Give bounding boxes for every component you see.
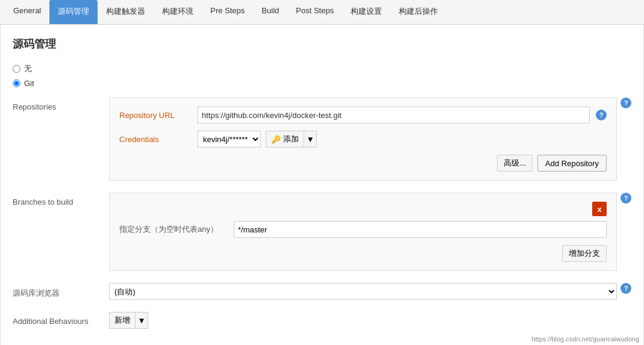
branch-specifier-label: 指定分支（为空时代表any） [119, 224, 228, 235]
tab-trigger[interactable]: 构建触发器 [98, 0, 154, 24]
radio-git-group: Git [13, 79, 631, 88]
credentials-row: Credentials kevin4j/****** 🔑 添加 [119, 131, 607, 148]
credentials-select-wrapper[interactable]: kevin4j/****** [198, 131, 261, 148]
add-behaviour-main-btn[interactable]: 新增 [109, 312, 135, 329]
repositories-help-icon[interactable]: ? [621, 98, 631, 108]
tab-settings[interactable]: 构建设置 [342, 0, 390, 24]
additional-behaviours-content: 新增 ▼ [109, 312, 148, 329]
repo-btn-row: 高级... Add Repository [119, 155, 607, 172]
add-credentials-split-btn: 🔑 添加 ▼ [266, 131, 317, 148]
radio-none[interactable] [13, 65, 20, 73]
repositories-label: Repositories [13, 98, 109, 111]
branches-section: Branches to build x 指定分支（为空时代表any） 增加分支 … [13, 193, 631, 271]
branch-btn-row: 增加分支 [119, 245, 607, 262]
repo-url-row: Repository URL ? [119, 107, 607, 123]
additional-behaviours-section: Additional Behaviours 新增 ▼ [13, 312, 631, 329]
tab-env[interactable]: 构建环境 [154, 0, 202, 24]
tab-scm[interactable]: 源码管理 [49, 0, 98, 24]
add-branch-button[interactable]: 增加分支 [562, 245, 607, 262]
delete-branch-button[interactable]: x [592, 202, 607, 216]
additional-behaviours-label: Additional Behaviours [13, 312, 109, 326]
add-credentials-arrow-btn[interactable]: ▼ [304, 131, 317, 148]
credentials-select[interactable]: kevin4j/****** [198, 131, 260, 148]
branches-help-icon[interactable]: ? [621, 193, 631, 204]
tab-general[interactable]: General [5, 0, 49, 24]
tab-bar: General 源码管理 构建触发器 构建环境 Pre Steps Build … [0, 0, 644, 25]
radio-git[interactable] [13, 79, 20, 87]
tab-postbuild[interactable]: 构建后操作 [390, 0, 446, 24]
source-browser-help-icon[interactable]: ? [621, 283, 631, 294]
radio-none-label[interactable]: 无 [24, 63, 32, 74]
tab-build[interactable]: Build [253, 0, 287, 24]
add-behaviour-split-btn: 新增 ▼ [109, 312, 148, 329]
add-behaviour-dropdown-icon: ▼ [137, 316, 145, 325]
add-credentials-label: 添加 [283, 134, 299, 145]
advanced-button[interactable]: 高级... [497, 155, 533, 172]
repositories-section: Repositories Repository URL ? Credential… [13, 98, 631, 181]
repo-url-help-icon[interactable]: ? [596, 110, 607, 120]
page-title: 源码管理 [13, 37, 631, 51]
source-browser-section: 源码库浏览器 (自动) ? [13, 283, 631, 300]
repositories-content: Repository URL ? Credentials kevin4j/***… [109, 98, 617, 181]
add-behaviour-arrow-btn[interactable]: ▼ [135, 312, 148, 329]
key-icon: 🔑 [271, 135, 281, 144]
radio-none-group: 无 [13, 63, 631, 74]
content-area: 源码管理 无 Git Repositories Repository URL ? [0, 25, 644, 345]
repo-url-label: Repository URL [119, 111, 192, 120]
credentials-label: Credentials [119, 135, 192, 144]
tab-presteps[interactable]: Pre Steps [202, 0, 253, 24]
branch-specifier-input[interactable] [234, 221, 607, 238]
radio-git-label[interactable]: Git [24, 79, 34, 88]
branch-row: 指定分支（为空时代表any） [119, 221, 607, 238]
dropdown-icon: ▼ [306, 135, 314, 144]
add-behaviour-label: 新增 [114, 315, 130, 326]
source-browser-label: 源码库浏览器 [13, 283, 109, 299]
watermark: https://blog.csdn.net/guancaiwudong [531, 335, 639, 343]
tab-poststeps[interactable]: Post Steps [287, 0, 342, 24]
repo-url-input[interactable] [198, 107, 590, 123]
add-repository-button[interactable]: Add Repository [537, 155, 607, 172]
add-credentials-main-btn[interactable]: 🔑 添加 [266, 131, 304, 148]
branches-label: Branches to build [13, 193, 109, 207]
credentials-controls: kevin4j/****** 🔑 添加 ▼ [198, 131, 317, 148]
source-browser-select[interactable]: (自动) [109, 283, 617, 300]
branches-content: x 指定分支（为空时代表any） 增加分支 [109, 193, 617, 271]
source-browser-content: (自动) [109, 283, 617, 300]
